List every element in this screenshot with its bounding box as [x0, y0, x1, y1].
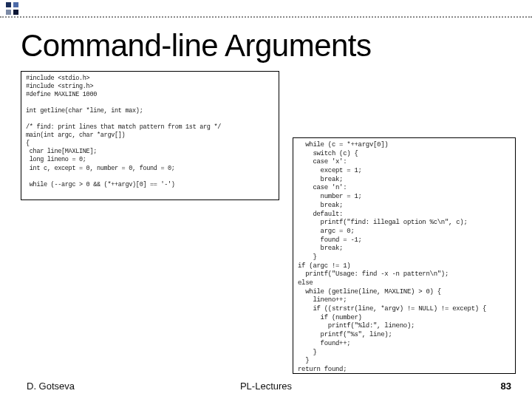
logo-square: [13, 2, 18, 7]
slide-title: Command-line Arguments: [21, 28, 372, 64]
footer-center: PL-Lectures: [0, 381, 532, 392]
header-bar: [0, 0, 532, 18]
logo-square: [6, 2, 11, 7]
footer: D. Gotseva PL-Lectures 83: [0, 377, 532, 392]
corner-logo: [6, 2, 18, 15]
page-number: 83: [501, 381, 511, 392]
code-block-left: #include <stdio.h> #include <string.h> #…: [21, 71, 279, 200]
logo-square: [13, 10, 18, 15]
code-block-right: while (c = *++argv[0]) switch (c) { case…: [293, 137, 516, 374]
logo-square: [6, 10, 11, 15]
